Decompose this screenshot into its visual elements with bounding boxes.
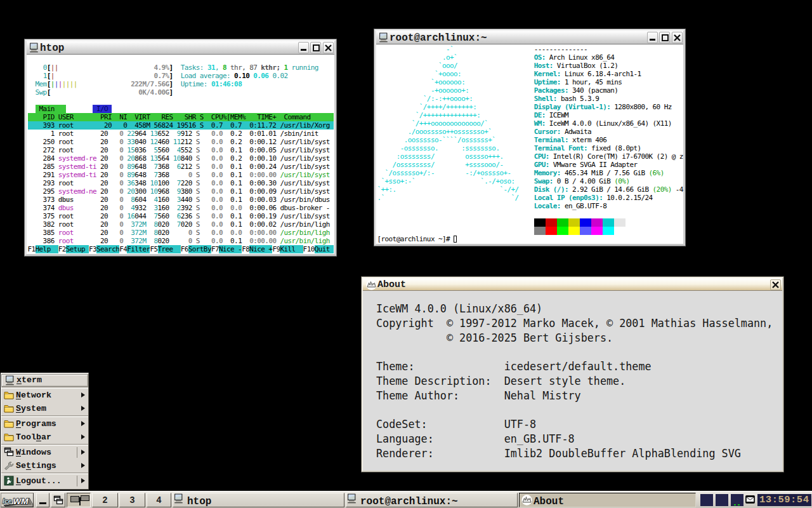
svg-text:WM: WM bbox=[13, 497, 29, 506]
svg-text:Ice: Ice bbox=[3, 497, 12, 505]
